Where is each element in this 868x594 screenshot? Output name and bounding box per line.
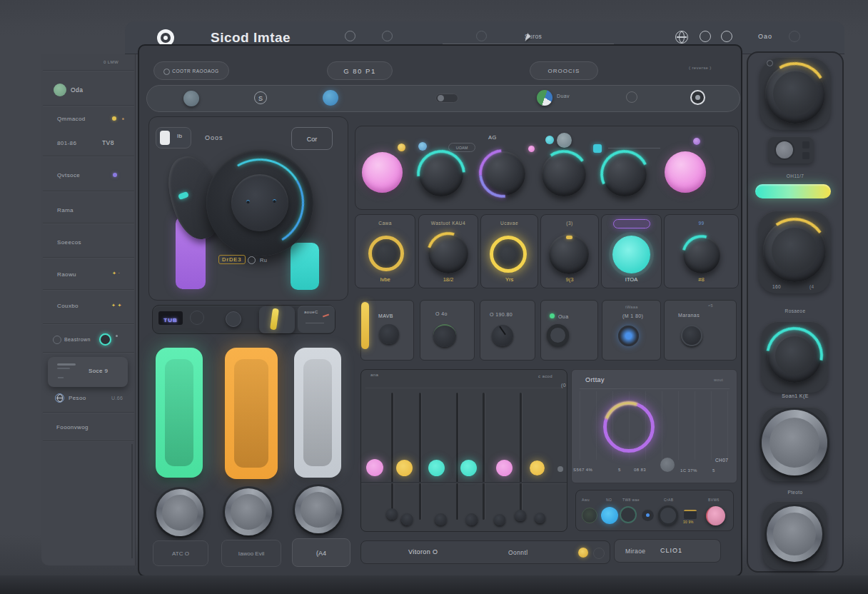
device-toggle-thumb[interactable] xyxy=(160,131,170,145)
ind-gray-orb[interactable] xyxy=(557,133,572,148)
rp-square-button-2[interactable] xyxy=(802,152,809,159)
fader-rail-2[interactable] xyxy=(419,393,421,520)
sidebar-item-beastrown[interactable]: Beastrown xyxy=(64,337,91,342)
card-1-knob[interactable] xyxy=(368,236,404,271)
card-4-knob[interactable] xyxy=(549,234,589,274)
rp-mini-knob[interactable] xyxy=(774,140,794,160)
clock-icon[interactable] xyxy=(626,91,637,103)
mini-fader-cap-3[interactable] xyxy=(435,513,447,525)
pad-green[interactable] xyxy=(156,348,203,478)
card-2-top-label: Wastuot KAU4 xyxy=(419,221,478,226)
card-3-top-label: Ucavae xyxy=(481,221,538,226)
pink-button-1[interactable] xyxy=(362,152,403,193)
sidebar-scroll-track[interactable] xyxy=(131,444,133,558)
fader-dot-teal-2[interactable] xyxy=(460,460,477,476)
tempo-pill[interactable]: G 80 P1 xyxy=(327,61,393,80)
mini-fader-cap-7[interactable] xyxy=(535,513,545,523)
pad-silver[interactable] xyxy=(294,348,341,478)
sidebar-item-pesoo[interactable]: Pesoo xyxy=(69,395,86,401)
duav-orb-button[interactable] xyxy=(537,90,552,106)
blue-orb-button[interactable] xyxy=(323,90,338,106)
mini-fader-cap-6[interactable] xyxy=(515,510,526,521)
history-icon[interactable] xyxy=(345,31,355,41)
at-icon xyxy=(248,256,256,264)
mode-pill[interactable]: OROOCIS xyxy=(530,61,598,80)
fader-dot-yellow-2[interactable] xyxy=(530,460,545,475)
sidebar-item-couxbo[interactable]: Couxbo xyxy=(57,303,79,309)
rp-knob-4[interactable] xyxy=(762,410,827,475)
scope-readout-5: 5 xyxy=(712,468,715,473)
sub-knob-pink[interactable] xyxy=(706,506,725,525)
bottom-right-label-a: Miraoe xyxy=(625,548,645,555)
sidebar-item-fooonvwog[interactable]: Fooonvwog xyxy=(56,424,89,431)
card-3-knob[interactable] xyxy=(490,236,527,273)
sub-button-blue[interactable] xyxy=(601,507,618,524)
mini-card-4-button[interactable] xyxy=(547,324,569,346)
rp-knob-5[interactable] xyxy=(767,506,822,562)
sub-knob-big[interactable] xyxy=(658,505,678,525)
refresh-icon[interactable] xyxy=(382,31,393,41)
mini-card-6-knob[interactable] xyxy=(681,325,702,346)
device-button[interactable]: Cor xyxy=(291,127,333,150)
pad-knob-1[interactable] xyxy=(156,489,203,536)
rp-square-button-1[interactable] xyxy=(802,141,809,148)
mini-card-3-knob[interactable] xyxy=(492,325,513,346)
pad-label-2[interactable]: Iawoo Evil xyxy=(221,540,281,567)
ind-teal-square[interactable] xyxy=(593,144,602,153)
strip-knob[interactable] xyxy=(226,311,241,327)
ghost-knob[interactable] xyxy=(190,311,204,325)
pad-silver-inner xyxy=(303,359,332,466)
menu-text[interactable]: Oao xyxy=(758,33,772,40)
pad-label-1[interactable]: ATC O xyxy=(153,540,208,566)
fader-dot-yellow-1[interactable] xyxy=(396,460,413,476)
pad-knob-3[interactable] xyxy=(295,486,342,533)
fader-rail-4[interactable] xyxy=(483,393,485,520)
mode-label: OROOCIS xyxy=(548,68,580,74)
sidebar-item-qmmacod[interactable]: Qmmacod xyxy=(57,116,86,122)
s-badge-button[interactable]: S xyxy=(254,91,267,104)
toggle-thumb[interactable] xyxy=(438,95,444,101)
globe-icon[interactable] xyxy=(675,31,688,44)
sub-knob-dark[interactable] xyxy=(620,506,637,523)
fader-dot-teal-1[interactable] xyxy=(428,460,445,476)
card-5-cyan-button[interactable] xyxy=(612,236,650,273)
sidebar-item-rama[interactable]: Rama xyxy=(57,207,74,213)
mini-fader-cap-1[interactable] xyxy=(386,508,398,520)
mini-card-5-knob[interactable] xyxy=(618,326,639,346)
sidebar-card[interactable] xyxy=(48,357,128,387)
pink-button-2[interactable] xyxy=(665,151,706,193)
bottom-bar-left[interactable] xyxy=(360,540,610,564)
mini-card-5-hint: tWaaa xyxy=(625,305,638,309)
fader-rail-3[interactable] xyxy=(456,393,458,520)
fader-rail-5[interactable] xyxy=(520,393,522,520)
records-pill[interactable]: COOTR RAOOAOG xyxy=(153,61,229,80)
sidebar-item-soeecos[interactable]: Soeecos xyxy=(57,239,81,246)
gray-orb-button[interactable] xyxy=(183,91,199,106)
user-icon[interactable] xyxy=(721,31,732,42)
fader-rail-1[interactable] xyxy=(391,393,393,520)
pad-orange[interactable] xyxy=(225,348,278,479)
card-5-purple-pill[interactable] xyxy=(613,219,650,228)
fader-dot-pink-2[interactable] xyxy=(496,460,513,476)
headset-icon[interactable] xyxy=(700,31,711,42)
sidebar-item-qvtsoce[interactable]: Qvtsoce xyxy=(57,172,80,178)
big-knob-cap[interactable] xyxy=(231,174,288,231)
ind-teal-dot xyxy=(545,136,554,144)
card-2-bottom-label: 18/2 xyxy=(419,276,478,283)
sidebar-item-raowu[interactable]: Raowu xyxy=(57,271,76,278)
fader-dot-gray xyxy=(557,466,563,472)
sidebar-item-oda[interactable]: Oda xyxy=(71,86,83,94)
divider xyxy=(43,352,134,353)
mini-card-1-knob[interactable] xyxy=(379,324,399,344)
sub-knob-green[interactable] xyxy=(582,508,597,523)
mini-fader-cap-5[interactable] xyxy=(494,514,505,525)
mini-knob-teal[interactable] xyxy=(99,333,111,346)
cap-dot xyxy=(273,199,276,203)
sidebar-item-code[interactable]: 801-86 xyxy=(57,140,76,146)
fader-dot-pink-1[interactable] xyxy=(366,459,383,476)
mini-card-2-knob[interactable] xyxy=(433,324,456,347)
pad-label-3[interactable]: (A4 xyxy=(292,538,350,567)
pad-knob-2[interactable] xyxy=(225,488,272,535)
scope-orb[interactable] xyxy=(660,458,675,472)
scope-title: Orttay xyxy=(585,376,605,383)
